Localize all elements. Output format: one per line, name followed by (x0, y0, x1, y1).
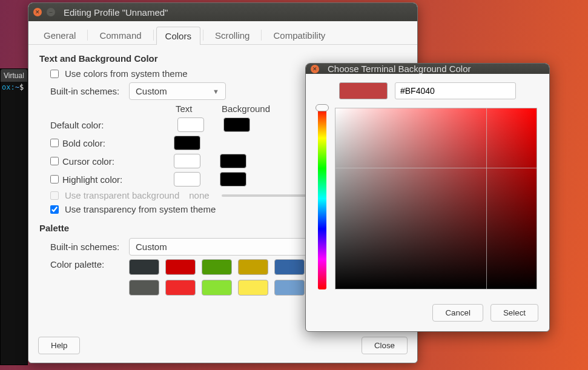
sv-crosshair-h (335, 168, 537, 168)
terminal-window-peek: Virtual ox:~$ (0, 68, 28, 365)
palette-swatch[interactable] (274, 280, 305, 296)
palette-swatch[interactable] (238, 259, 268, 275)
tab-scrolling[interactable]: Scrolling (206, 26, 259, 44)
window-title: Editing Profile "Unnamed" (64, 7, 168, 18)
cursor-text-color-swatch[interactable] (174, 154, 200, 168)
close-button[interactable]: Close (362, 337, 408, 354)
lbl-color-palette: Color palette: (50, 259, 123, 269)
hex-input[interactable] (395, 82, 516, 99)
tab-bar: General Command Colors Scrolling Compati… (28, 21, 417, 45)
default-text-color-swatch[interactable] (177, 117, 204, 132)
prompt-symbol: $ (19, 83, 24, 91)
dialog-footer: Cancel Select (306, 298, 549, 331)
window-titlebar[interactable]: ✕ – Editing Profile "Unnamed" (28, 3, 417, 21)
lbl-default-color: Default color: (50, 120, 104, 130)
chk-transparency-theme[interactable] (50, 205, 59, 214)
section-text-bg-title: Text and Background Color (39, 53, 406, 64)
palette-swatch[interactable] (202, 259, 232, 275)
color-picker-area (306, 74, 549, 298)
chk-transparent-bg (50, 191, 59, 200)
tab-general[interactable]: General (35, 26, 85, 44)
chk-bold-color[interactable] (50, 139, 59, 147)
transparent-value: none (189, 190, 209, 200)
color-preview-swatch (339, 82, 388, 99)
saturation-value-field[interactable] (335, 108, 537, 289)
palette-swatch[interactable] (129, 280, 159, 296)
hue-slider[interactable] (318, 108, 326, 289)
palette-swatch[interactable] (165, 280, 196, 296)
window-footer: Help Close (28, 331, 417, 363)
highlight-bg-color-swatch[interactable] (220, 172, 246, 187)
dialog-close-icon[interactable]: ✕ (311, 65, 319, 73)
bold-text-color-swatch[interactable] (174, 136, 200, 150)
prompt-path: ~ (15, 83, 19, 91)
select-button[interactable]: Select (491, 304, 538, 322)
default-bg-color-swatch[interactable] (223, 117, 250, 132)
lbl-transparent-bg: Use transparent background (65, 190, 179, 200)
lbl-bold-color: Bold color: (62, 138, 105, 148)
highlight-text-color-swatch[interactable] (174, 172, 200, 187)
lbl-cursor-color: Cursor color: (62, 156, 114, 167)
lbl-builtin-schemes: Built-in schemes: (50, 86, 123, 96)
prompt-host: ox: (2, 83, 15, 91)
select-palette-scheme-value: Custom (136, 242, 167, 252)
tab-compatibility[interactable]: Compatibility (264, 26, 334, 44)
palette-swatch[interactable] (274, 259, 305, 275)
color-chooser-dialog: ✕ Choose Terminal Background Color Cance… (305, 63, 550, 332)
cancel-button[interactable]: Cancel (432, 304, 483, 322)
window-minimize-icon[interactable]: – (47, 8, 55, 16)
chk-use-system-colors[interactable] (50, 70, 59, 78)
dialog-titlebar[interactable]: ✕ Choose Terminal Background Color (306, 64, 549, 74)
dialog-title: Choose Terminal Background Color (328, 64, 471, 74)
cursor-bg-color-swatch[interactable] (220, 154, 246, 168)
head-background: Background (222, 104, 270, 114)
head-text: Text (176, 104, 210, 114)
select-builtin-scheme-value: Custom (136, 86, 167, 96)
window-close-icon[interactable]: ✕ (33, 8, 42, 16)
lbl-use-system-colors: Use colors from system theme (65, 68, 188, 79)
lbl-transparency-theme: Use transparency from system theme (65, 204, 216, 214)
palette-swatch[interactable] (165, 259, 196, 275)
palette-swatch[interactable] (202, 280, 232, 296)
terminal-tab: Virtual (1, 69, 27, 82)
lbl-highlight-color: Highlight color: (62, 174, 122, 185)
palette-swatch[interactable] (238, 280, 268, 296)
terminal-prompt: ox:~$ (1, 82, 27, 93)
select-builtin-scheme[interactable]: Custom ▼ (129, 82, 226, 100)
lbl-palette-builtin: Built-in schemes: (50, 242, 123, 252)
tab-command[interactable]: Command (90, 26, 150, 44)
sv-crosshair-v (486, 108, 487, 289)
chk-cursor-color[interactable] (50, 157, 59, 165)
hue-thumb[interactable] (315, 104, 329, 111)
help-button[interactable]: Help (38, 337, 80, 354)
palette-swatch[interactable] (129, 259, 159, 275)
chk-highlight-color[interactable] (50, 175, 59, 183)
chevron-down-icon: ▼ (213, 88, 219, 95)
tab-colors[interactable]: Colors (156, 27, 200, 45)
